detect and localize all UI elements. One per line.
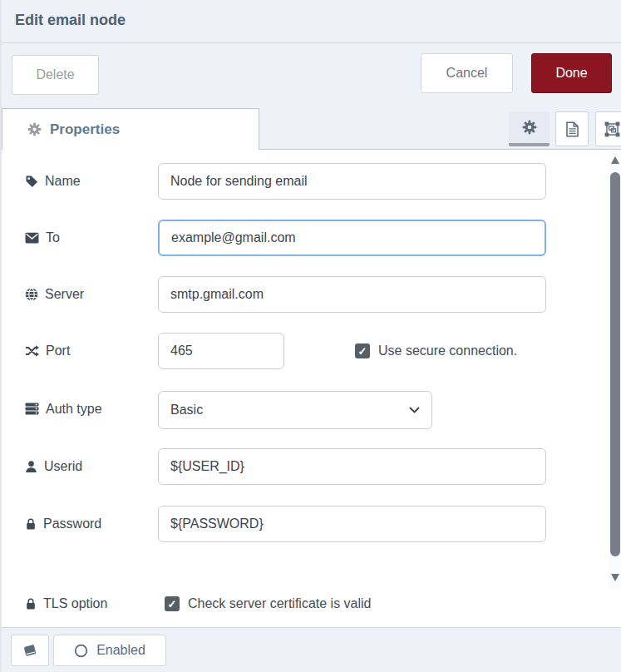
cancel-button[interactable]: Cancel	[421, 53, 513, 93]
scrollbar-thumb[interactable]	[610, 172, 620, 556]
password-label: Password	[43, 516, 101, 531]
tls-certificate-checkbox[interactable]: ✓	[165, 596, 180, 611]
tab-button-appearance[interactable]	[595, 111, 621, 146]
tls-check-option: ✓ Check server certificate is valid	[165, 596, 372, 611]
form-row-password: Password	[2, 506, 621, 542]
tab-button-description[interactable]	[555, 111, 589, 146]
tab-properties[interactable]: Properties	[2, 108, 259, 150]
server-input[interactable]	[158, 276, 546, 313]
dialog-footer: Enabled	[2, 627, 621, 672]
tls-option-label: TLS option	[43, 596, 107, 611]
auth-type-label: Auth type	[46, 402, 102, 417]
tab-bar: Properties	[2, 108, 621, 150]
shuffle-icon	[25, 344, 39, 358]
form-row-server: Server	[2, 276, 621, 313]
auth-type-select[interactable]: Basic	[158, 391, 432, 429]
properties-form: Name To Server	[2, 150, 621, 627]
tag-icon	[25, 175, 38, 188]
server-label: Server	[45, 287, 84, 302]
enabled-label: Enabled	[96, 643, 145, 658]
done-button[interactable]: Done	[531, 53, 612, 93]
form-row-name: Name	[2, 163, 621, 200]
dialog-header: Edit email node	[2, 0, 621, 43]
form-row-auth-type: Auth type Basic	[2, 391, 621, 427]
scroll-down-arrow-icon[interactable]	[611, 574, 619, 581]
lock-icon	[25, 517, 37, 531]
dialog-title: Edit email node	[15, 12, 126, 29]
port-input[interactable]	[158, 333, 284, 369]
envelope-icon	[25, 232, 39, 244]
delete-button[interactable]: Delete	[12, 55, 99, 95]
edit-email-node-dialog: { "dialog": { "title": "Edit email node"…	[0, 0, 621, 672]
scroll-up-arrow-icon[interactable]	[611, 156, 619, 164]
appearance-icon	[604, 121, 620, 137]
auth-type-value: Basic	[170, 403, 203, 418]
form-row-userid: Userid	[2, 448, 621, 485]
book-icon	[23, 644, 37, 658]
tab-button-properties[interactable]	[509, 111, 550, 146]
chevron-down-icon	[409, 407, 420, 413]
form-row-tls: TLS option ✓ Check server certificate is…	[2, 586, 621, 622]
userid-input[interactable]	[158, 448, 546, 485]
name-label: Name	[45, 174, 81, 189]
userid-label: Userid	[44, 459, 82, 474]
user-icon	[25, 460, 37, 473]
name-input[interactable]	[158, 163, 546, 200]
secure-connection-option: ✓ Use secure connection.	[355, 343, 517, 358]
globe-icon	[25, 288, 38, 301]
tab-properties-label: Properties	[50, 121, 120, 138]
status-circle-icon	[74, 644, 88, 658]
to-label: To	[46, 230, 60, 245]
secure-connection-label: Use secure connection.	[378, 343, 517, 358]
enabled-toggle-button[interactable]: Enabled	[53, 635, 166, 666]
tls-certificate-label: Check server certificate is valid	[188, 596, 372, 611]
document-icon	[565, 121, 579, 137]
form-row-to: To	[2, 220, 621, 256]
server-stack-icon	[25, 403, 39, 416]
node-help-button[interactable]	[11, 635, 49, 666]
password-input[interactable]	[158, 506, 546, 542]
scrollbar[interactable]	[608, 151, 621, 589]
form-row-port: Port ✓ Use secure connection.	[2, 333, 621, 369]
secure-connection-checkbox[interactable]: ✓	[355, 343, 370, 358]
port-label: Port	[46, 343, 70, 358]
gear-icon	[522, 120, 537, 135]
lock-icon	[25, 597, 37, 610]
gear-icon	[27, 122, 42, 136]
to-input[interactable]	[158, 220, 546, 256]
